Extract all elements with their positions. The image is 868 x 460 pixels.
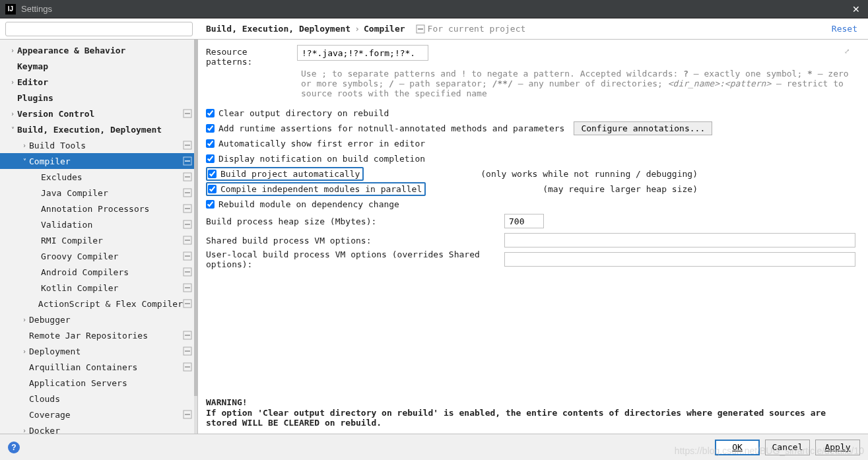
sidebar-scrollbar[interactable]: [194, 40, 197, 434]
sidebar-item-label: Arquillian Containers: [29, 362, 183, 372]
sidebar-item-validation[interactable]: Validation: [0, 216, 197, 232]
shared-vm-input[interactable]: [504, 233, 855, 247]
help-icon[interactable]: ?: [8, 442, 20, 453]
chevron-right-icon[interactable]: ›: [8, 110, 17, 117]
resource-patterns-label: Resource patterns:: [206, 45, 297, 67]
svg-rect-13: [185, 208, 190, 209]
apply-button[interactable]: Apply: [815, 440, 860, 455]
svg-rect-17: [185, 240, 190, 241]
cancel-button[interactable]: Cancel: [765, 440, 810, 455]
svg-rect-33: [185, 414, 190, 415]
show-first-error-checkbox[interactable]: [206, 139, 215, 148]
topbar: 🔍 Build, Execution, Deployment › Compile…: [0, 18, 868, 40]
warning-body: If option 'Clear output directory on reb…: [206, 408, 856, 428]
configure-annotations-button[interactable]: Configure annotations...: [574, 121, 712, 135]
sidebar-item-label: Groovy Compiler: [41, 251, 183, 261]
svg-rect-3: [185, 113, 190, 114]
clear-output-checkbox[interactable]: [206, 109, 215, 117]
notify-build-checkbox[interactable]: [206, 154, 215, 163]
expand-field-icon[interactable]: ⤢: [844, 48, 853, 57]
sidebar-item-rmi-compiler[interactable]: RMI Compiler: [0, 232, 197, 248]
svg-rect-23: [185, 287, 190, 288]
compile-parallel-note: (may require larger heap size): [543, 184, 856, 194]
sidebar-item-build-execution-deployment[interactable]: ˅Build, Execution, Deployment: [0, 121, 197, 137]
sidebar-item-label: Build Tools: [29, 141, 183, 150]
sidebar-item-label: Android Compilers: [41, 267, 183, 277]
sidebar-item-label: RMI Compiler: [41, 236, 183, 246]
close-icon[interactable]: ✕: [850, 4, 863, 15]
project-scope-icon: [183, 331, 192, 340]
chevron-right-icon[interactable]: ›: [8, 47, 17, 54]
sidebar-item-label: Validation: [41, 220, 183, 230]
svg-rect-7: [185, 160, 190, 162]
sidebar-item-label: Debugger: [29, 315, 192, 325]
shared-vm-label: Shared build process VM options:: [206, 236, 504, 246]
notify-build-label: Display notification on build completion: [218, 154, 425, 164]
runtime-assertions-checkbox[interactable]: [206, 124, 215, 133]
chevron-right-icon[interactable]: ›: [20, 316, 29, 323]
chevron-down-icon[interactable]: ˅: [8, 126, 17, 133]
sidebar-item-label: Docker: [29, 426, 192, 434]
sidebar-item-label: Java Compiler: [41, 188, 183, 198]
app-logo-icon: IJ: [5, 4, 16, 15]
compile-parallel-checkbox[interactable]: [208, 185, 217, 193]
show-first-error-label: Automatically show first error in editor: [218, 139, 425, 148]
sidebar-item-label: Appearance & Behavior: [17, 46, 192, 55]
sidebar-item-label: Keymap: [17, 61, 192, 71]
sidebar-item-label: Compiler: [29, 156, 183, 166]
chevron-right-icon[interactable]: ›: [20, 142, 29, 149]
sidebar-item-plugins[interactable]: Plugins: [0, 90, 197, 106]
sidebar-item-groovy-compiler[interactable]: Groovy Compiler: [0, 248, 197, 264]
ok-button[interactable]: OK: [715, 440, 760, 455]
footer: ? OK Cancel Apply: [0, 434, 868, 460]
reset-link[interactable]: Reset: [832, 24, 868, 34]
sidebar-item-build-tools[interactable]: ›Build Tools: [0, 137, 197, 153]
build-auto-label: Build project automatically: [220, 169, 360, 179]
chevron-right-icon[interactable]: ›: [20, 348, 29, 355]
sidebar-item-arquillian-containers[interactable]: Arquillian Containers: [0, 359, 197, 375]
project-scope-icon: [183, 267, 192, 277]
sidebar-item-label: Remote Jar Repositories: [29, 331, 183, 341]
sidebar-item-label: Version Control: [17, 109, 183, 119]
resource-patterns-input[interactable]: [297, 45, 428, 61]
sidebar-item-kotlin-compiler[interactable]: Kotlin Compiler: [0, 280, 197, 296]
chevron-right-icon[interactable]: ›: [8, 79, 17, 86]
sidebar-item-clouds[interactable]: Clouds: [0, 391, 197, 407]
sidebar-item-annotation-processors[interactable]: Annotation Processors: [0, 201, 197, 216]
heap-size-input[interactable]: [504, 214, 544, 228]
rebuild-dep-checkbox[interactable]: [206, 200, 215, 209]
sidebar-item-excludes[interactable]: Excludes: [0, 169, 197, 185]
user-vm-input[interactable]: [504, 252, 855, 267]
runtime-assertions-label: Add runtime assertions for notnull-annot…: [218, 123, 564, 133]
sidebar-item-debugger[interactable]: ›Debugger: [0, 312, 197, 327]
sidebar-item-editor[interactable]: ›Editor: [0, 74, 197, 90]
sidebar-item-actionscript-flex-compiler[interactable]: ActionScript & Flex Compiler: [0, 296, 197, 312]
svg-rect-19: [185, 255, 190, 257]
sidebar-item-java-compiler[interactable]: Java Compiler: [0, 185, 197, 201]
sidebar-item-android-compilers[interactable]: Android Compilers: [0, 264, 197, 280]
sidebar-item-deployment[interactable]: ›Deployment: [0, 343, 197, 359]
sidebar-item-label: Kotlin Compiler: [41, 283, 183, 293]
chevron-right-icon[interactable]: ›: [20, 427, 29, 434]
sidebar-item-remote-jar-repositories[interactable]: Remote Jar Repositories: [0, 327, 197, 343]
sidebar: ›Appearance & BehaviorKeymap›EditorPlugi…: [0, 40, 198, 434]
window-title: Settings: [21, 4, 850, 14]
build-auto-checkbox[interactable]: [208, 170, 217, 178]
project-scope-icon: [183, 188, 192, 197]
search-input[interactable]: [5, 22, 193, 36]
chevron-down-icon[interactable]: ˅: [20, 158, 29, 165]
sidebar-item-appearance-behavior[interactable]: ›Appearance & Behavior: [0, 42, 197, 58]
build-auto-note: (only works while not running / debuggin…: [481, 169, 856, 179]
sidebar-item-keymap[interactable]: Keymap: [0, 58, 197, 74]
sidebar-item-coverage[interactable]: Coverage: [0, 407, 197, 422]
project-scope-icon: [416, 24, 425, 34]
sidebar-item-application-servers[interactable]: Application Servers: [0, 375, 197, 391]
compile-parallel-label: Compile independent modules in parallel: [220, 184, 422, 194]
sidebar-item-version-control[interactable]: ›Version Control: [0, 106, 197, 121]
project-scope-icon: [183, 220, 192, 229]
sidebar-item-docker[interactable]: ›Docker: [0, 422, 197, 434]
sidebar-item-compiler[interactable]: ˅Compiler: [0, 153, 197, 169]
sidebar-item-label: Application Servers: [29, 378, 192, 388]
svg-rect-21: [185, 271, 190, 273]
svg-rect-25: [185, 303, 190, 304]
